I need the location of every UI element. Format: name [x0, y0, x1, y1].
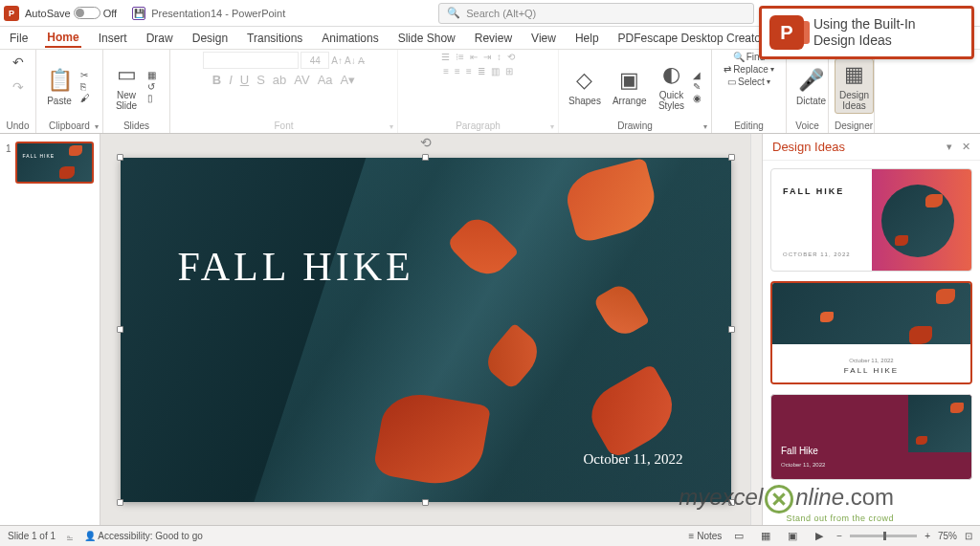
- language-icon[interactable]: ⎁: [67, 531, 73, 541]
- indent-left-icon[interactable]: ⇤: [470, 52, 478, 62]
- reset-icon[interactable]: ↺: [147, 81, 156, 92]
- slide-counter[interactable]: Slide 1 of 1: [8, 531, 56, 541]
- zoom-in-button[interactable]: +: [924, 531, 930, 541]
- resize-handle[interactable]: [117, 499, 123, 506]
- accessibility-status[interactable]: 👤 Accessibility: Good to go: [84, 531, 203, 541]
- select-button[interactable]: ▭Select▾: [727, 76, 770, 87]
- resize-handle[interactable]: [728, 326, 735, 333]
- align-right-icon[interactable]: ≡: [466, 66, 472, 76]
- zoom-out-button[interactable]: −: [836, 531, 842, 541]
- autosave-toggle[interactable]: AutoSave Off: [25, 7, 117, 19]
- slide-title[interactable]: FALL HIKE: [178, 244, 414, 290]
- tab-slideshow[interactable]: Slide Show: [396, 30, 457, 47]
- section-icon[interactable]: ▯: [147, 93, 156, 103]
- design-idea-1[interactable]: FALL HIKE OCTOBER 11, 2022: [770, 168, 972, 272]
- toggle-switch-icon[interactable]: [74, 7, 100, 19]
- resize-handle[interactable]: [117, 154, 123, 161]
- increase-font-icon[interactable]: A↑: [331, 55, 343, 66]
- numbering-icon[interactable]: ⁝≡: [456, 52, 464, 62]
- font-color-button[interactable]: A▾: [341, 73, 356, 87]
- character-spacing-button[interactable]: AV: [294, 73, 309, 87]
- shape-fill-icon[interactable]: ◢: [693, 70, 702, 80]
- redo-button[interactable]: ↷: [6, 76, 31, 98]
- shape-outline-icon[interactable]: ✎: [693, 81, 702, 92]
- tab-file[interactable]: File: [8, 30, 30, 47]
- align-center-icon[interactable]: ≡: [455, 66, 460, 76]
- strikethrough-button[interactable]: S: [256, 73, 265, 87]
- rotation-handle-icon[interactable]: ⟲: [418, 135, 434, 150]
- cut-icon[interactable]: ✂: [80, 70, 90, 80]
- resize-handle[interactable]: [422, 154, 429, 161]
- shadow-button[interactable]: ab: [273, 73, 286, 87]
- fit-window-icon[interactable]: ⊡: [965, 531, 972, 541]
- line-spacing-icon[interactable]: ↕: [497, 52, 501, 62]
- tab-insert[interactable]: Insert: [97, 30, 129, 47]
- normal-view-icon[interactable]: ▭: [729, 530, 748, 543]
- bold-button[interactable]: B: [212, 73, 221, 87]
- pane-close-icon[interactable]: ✕: [962, 141, 970, 153]
- replace-button[interactable]: ⇄Replace▾: [724, 64, 774, 75]
- new-slide-button[interactable]: ▭ New Slide: [109, 59, 144, 113]
- indent-right-icon[interactable]: ⇥: [483, 52, 491, 62]
- tab-pdfescape[interactable]: PDFescape Desktop Creator: [616, 30, 767, 47]
- shapes-button[interactable]: ◇Shapes: [565, 65, 605, 108]
- dictate-button[interactable]: 🎤Dictate: [792, 65, 830, 108]
- search-placeholder: Search (Alt+Q): [466, 8, 536, 19]
- pane-body[interactable]: FALL HIKE OCTOBER 11, 2022 October 11, 2…: [763, 161, 980, 525]
- save-icon[interactable]: 💾: [132, 7, 145, 20]
- undo-button[interactable]: ↶: [6, 52, 31, 73]
- resize-handle[interactable]: [422, 499, 429, 506]
- resize-handle[interactable]: [728, 154, 735, 161]
- underline-button[interactable]: U: [240, 73, 249, 87]
- copy-icon[interactable]: ⎘: [80, 81, 90, 92]
- slide-content[interactable]: FALL HIKE October 11, 2022: [121, 158, 731, 502]
- launcher-icon[interactable]: ▾: [390, 122, 393, 131]
- launcher-icon[interactable]: ▾: [703, 122, 707, 131]
- slide-canvas[interactable]: ⟲ FALL HIKE October 11, 2022: [100, 134, 750, 525]
- tab-view[interactable]: View: [529, 30, 558, 47]
- reading-view-icon[interactable]: ▣: [783, 530, 802, 543]
- tab-transitions[interactable]: Transitions: [245, 30, 304, 47]
- text-direction-icon[interactable]: ⟲: [507, 52, 515, 62]
- change-case-button[interactable]: Aa: [318, 73, 333, 87]
- tab-draw[interactable]: Draw: [145, 30, 175, 47]
- zoom-level[interactable]: 75%: [938, 531, 957, 541]
- zoom-slider[interactable]: [850, 535, 917, 537]
- sorter-view-icon[interactable]: ▦: [756, 530, 775, 543]
- design-idea-3[interactable]: Fall Hike October 11, 2022: [770, 394, 972, 480]
- pane-dropdown-icon[interactable]: ▾: [947, 141, 952, 153]
- columns-icon[interactable]: ▥: [491, 66, 500, 76]
- launcher-icon[interactable]: ▾: [95, 122, 99, 131]
- shape-effects-icon[interactable]: ◉: [693, 93, 702, 103]
- launcher-icon[interactable]: ▾: [550, 122, 554, 131]
- paste-button[interactable]: 📋 Paste: [42, 65, 77, 108]
- arrange-button[interactable]: ▣Arrange: [609, 65, 651, 108]
- tab-design[interactable]: Design: [190, 30, 230, 47]
- layout-icon[interactable]: ▦: [147, 70, 156, 80]
- font-size-input[interactable]: 44: [301, 52, 329, 69]
- quick-styles-button[interactable]: ◐Quick Styles: [655, 59, 689, 113]
- bullets-icon[interactable]: ☰: [441, 52, 450, 62]
- resize-handle[interactable]: [117, 326, 123, 333]
- tab-animations[interactable]: Animations: [320, 30, 380, 47]
- document-title[interactable]: Presentation14 - PowerPoint: [151, 8, 285, 19]
- italic-button[interactable]: I: [229, 73, 233, 87]
- search-box[interactable]: 🔍 Search (Alt+Q): [438, 3, 754, 24]
- resize-handle[interactable]: [728, 499, 735, 506]
- tab-review[interactable]: Review: [473, 30, 514, 47]
- slide-thumbnail-1[interactable]: FALL HIKE: [15, 142, 94, 184]
- clear-format-icon[interactable]: A̶: [358, 55, 365, 66]
- slideshow-view-icon[interactable]: ▶: [810, 530, 829, 543]
- tab-help[interactable]: Help: [573, 30, 601, 47]
- tab-home[interactable]: Home: [45, 29, 80, 48]
- notes-button[interactable]: ≡ Notes: [689, 531, 723, 541]
- align-left-icon[interactable]: ≡: [443, 66, 449, 76]
- decrease-font-icon[interactable]: A↓: [345, 55, 356, 66]
- format-painter-icon[interactable]: 🖌: [80, 93, 90, 103]
- slide-date[interactable]: October 11, 2022: [583, 451, 682, 468]
- smartart-icon[interactable]: ⊞: [505, 66, 513, 76]
- design-ideas-button[interactable]: ▦Design Ideas: [835, 58, 874, 114]
- vertical-scrollbar[interactable]: [750, 134, 762, 525]
- design-idea-2[interactable]: October 11, 2022 FALL HIKE: [770, 281, 972, 384]
- justify-icon[interactable]: ≣: [478, 66, 485, 76]
